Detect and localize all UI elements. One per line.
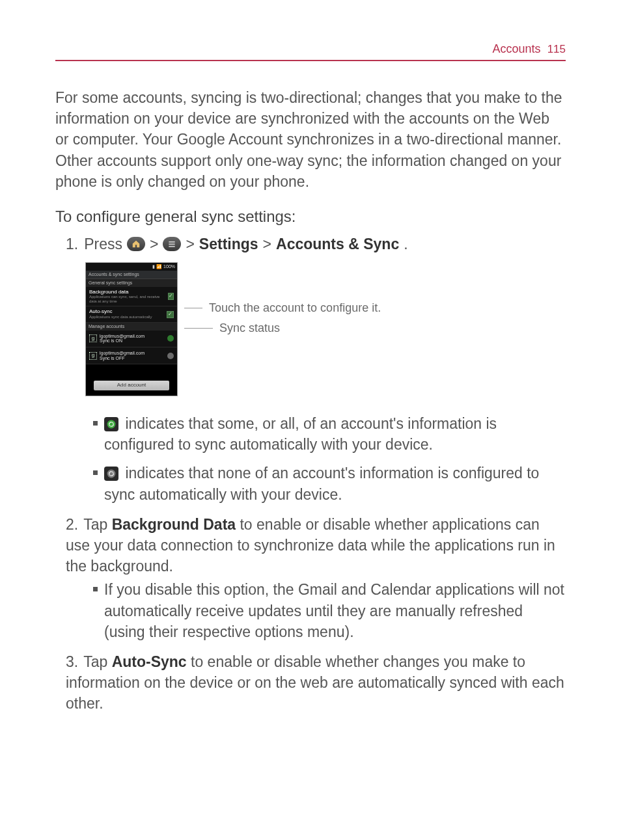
menu-button-icon bbox=[163, 237, 181, 251]
svg-point-4 bbox=[107, 470, 116, 478]
google-badge-icon: g bbox=[89, 352, 97, 360]
step-2: 2. Tap Background Data to enable or disa… bbox=[66, 514, 566, 642]
background-data-label: Background Data bbox=[112, 516, 236, 533]
svg-rect-0 bbox=[169, 241, 175, 243]
svg-rect-1 bbox=[169, 243, 175, 245]
screenshot-callouts: Touch the account to configure it. Sync … bbox=[184, 262, 381, 340]
page-header: Accounts 115 bbox=[55, 42, 566, 61]
step-2-sub: If you disable this option, the Gmail an… bbox=[93, 579, 566, 642]
ss-item-background-data: Background data Applications can sync, s… bbox=[86, 287, 177, 307]
ss-account-1: g lgoptimus@gmail.com Sync is ON bbox=[86, 331, 177, 347]
sync-status-dot bbox=[167, 353, 174, 359]
auto-sync-label: Auto-Sync bbox=[112, 653, 187, 670]
google-badge-icon: g bbox=[89, 334, 97, 342]
ss-item-auto-sync: Auto-sync Applications sync data automat… bbox=[86, 306, 177, 322]
settings-label: Settings bbox=[199, 234, 258, 254]
ss-add-account-button: Add account bbox=[94, 381, 169, 390]
sync-on-icon bbox=[104, 417, 118, 431]
ss-section-general: General sync settings bbox=[86, 279, 177, 287]
sync-status-dot bbox=[167, 335, 174, 342]
step-1: 1. Press > > Settings > Accounts & Sync.… bbox=[66, 234, 566, 505]
callout-configure: Touch the account to configure it. bbox=[209, 300, 381, 316]
ss-title: Accounts & sync settings bbox=[86, 271, 177, 279]
callout-status: Sync status bbox=[219, 320, 280, 336]
checkbox-icon: ✓ bbox=[168, 293, 174, 300]
svg-rect-2 bbox=[169, 246, 175, 247]
step-1-line: 1. Press > > Settings > Accounts & Sync. bbox=[66, 234, 566, 254]
home-button-icon bbox=[127, 237, 145, 251]
sync-off-icon bbox=[104, 467, 118, 481]
subheading: To configure general sync settings: bbox=[55, 208, 566, 226]
header-section: Accounts bbox=[493, 42, 541, 56]
ss-status-bar: ▮📶100% bbox=[86, 263, 177, 271]
bullet-sync-green: indicates that some, or all, of an accou… bbox=[93, 413, 566, 455]
ss-section-manage: Manage accounts bbox=[86, 323, 177, 331]
step-3: 3. Tap Auto-Sync to enable or disable wh… bbox=[66, 651, 566, 714]
screenshot-accounts-sync: ▮📶100% Accounts & sync settings General … bbox=[85, 262, 178, 396]
checkbox-icon: ✓ bbox=[167, 311, 174, 318]
header-page-num: 115 bbox=[547, 43, 566, 56]
bullet-sync-gray: indicates that none of an account's info… bbox=[93, 463, 566, 504]
svg-point-3 bbox=[107, 420, 116, 429]
accounts-sync-label: Accounts & Sync bbox=[276, 234, 399, 254]
ss-account-2: g lgoptimus@gmail.com Sync is OFF bbox=[86, 347, 177, 364]
intro-paragraph: For some accounts, syncing is two-direct… bbox=[55, 87, 566, 192]
